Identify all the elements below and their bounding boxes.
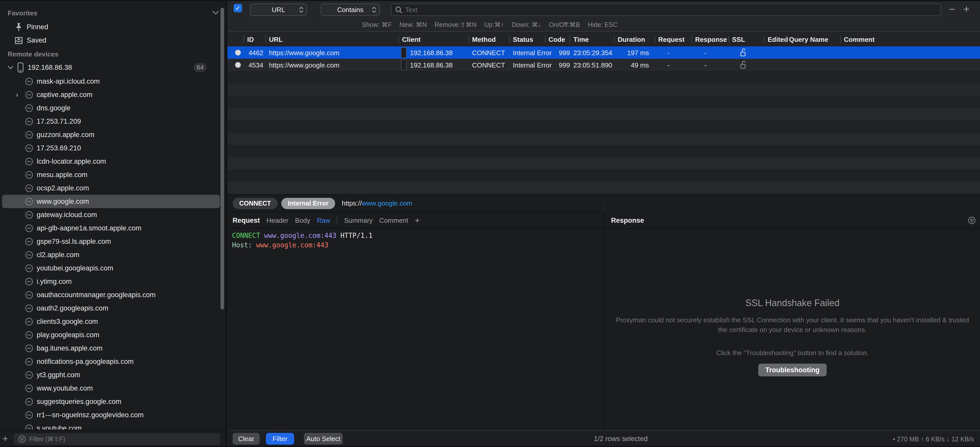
column-header-client[interactable]: Client xyxy=(402,36,420,44)
sidebar-item-i.ytimg.com[interactable]: i.ytimg.com xyxy=(0,275,227,288)
empty-row-stripe xyxy=(228,145,980,157)
column-separator[interactable] xyxy=(570,35,570,43)
chevron-right-icon[interactable]: › xyxy=(16,91,18,99)
add-tab-button[interactable]: + xyxy=(415,216,420,225)
sidebar-item-suggestqueries.google.com[interactable]: suggestqueries.google.com xyxy=(0,395,227,408)
sidebar-filter-input[interactable]: Filter (⌘⇧F) xyxy=(14,433,220,445)
sidebar-item-notifications-pa.googleapis.com[interactable]: notifications-pa.googleapis.com xyxy=(0,355,227,368)
sidebar-item-yt3.ggpht.com[interactable]: yt3.ggpht.com xyxy=(0,368,227,382)
shortcut-hint: Down: ⌘↓ xyxy=(512,21,541,28)
sidebar-item-captive.apple.com[interactable]: › captive.apple.com xyxy=(0,88,227,101)
tab-comment[interactable]: Comment xyxy=(379,217,408,225)
sidebar-item-lcdn-locator.apple.com[interactable]: lcdn-locator.apple.com xyxy=(0,155,227,168)
table-row-4462[interactable]: 4462https://www.google.com 192.168.86.38… xyxy=(228,46,980,59)
column-header-comment[interactable]: Comment xyxy=(844,36,875,44)
no-traffic-icon xyxy=(25,104,33,112)
remove-filter-row-button[interactable]: − xyxy=(947,5,957,14)
sidebar-item-gateway.icloud.com[interactable]: gateway.icloud.com xyxy=(0,208,227,222)
sidebar-item-oauth2.googleapis.com[interactable]: oauth2.googleapis.com xyxy=(0,302,227,315)
column-header-duration[interactable]: Duration xyxy=(618,36,645,44)
filter-enabled-checkbox[interactable]: ✓ xyxy=(234,4,242,12)
flow-summary-bar: CONNECT Internal Error https://www.googl… xyxy=(228,195,605,212)
tab-body[interactable]: Body xyxy=(295,217,310,225)
column-separator[interactable] xyxy=(468,35,469,43)
column-separator[interactable] xyxy=(398,35,399,43)
cell-method: CONNECT xyxy=(472,61,505,69)
ssl-error-message: SSL Handshake Failed Proxyman could not … xyxy=(605,298,980,377)
column-header-request[interactable]: Request xyxy=(658,36,685,44)
sidebar-item-s.youtube.com[interactable]: s.youtube.com xyxy=(0,421,227,429)
column-separator[interactable] xyxy=(840,35,841,43)
column-separator[interactable] xyxy=(243,35,244,43)
sidebar-scrollbar[interactable] xyxy=(221,8,224,310)
sidebar-item-play.googleapis.com[interactable]: play.googleapis.com xyxy=(0,328,227,342)
sidebar-item-bag.itunes.apple.com[interactable]: bag.itunes.apple.com xyxy=(0,342,227,355)
sidebar-item-cl2.apple.com[interactable]: cl2.apple.com xyxy=(0,248,227,262)
column-header-edited[interactable]: Edited xyxy=(768,36,788,44)
column-header-ssl[interactable]: SSL xyxy=(732,36,745,44)
raw-target: www.google.com:443 xyxy=(264,232,336,239)
sidebar-item-youtubei.googleapis.com[interactable]: youtubei.googleapis.com xyxy=(0,262,227,275)
column-separator[interactable] xyxy=(614,35,615,43)
column-separator[interactable] xyxy=(764,35,765,43)
sidebar-item-clients3.google.com[interactable]: clients3.google.com xyxy=(0,315,227,328)
empty-row-stripe xyxy=(228,120,980,133)
sidebar-item-label: ocsp2.apple.com xyxy=(37,184,89,192)
column-header-response[interactable]: Response xyxy=(695,36,727,44)
troubleshooting-button[interactable]: Troubleshooting xyxy=(758,364,827,377)
sidebar-item-www.youtube.com[interactable]: www.youtube.com xyxy=(0,382,227,395)
sidebar-item-guzzoni.apple.com[interactable]: guzzoni.apple.com xyxy=(0,128,227,141)
filter-field-select[interactable]: URL xyxy=(250,3,307,16)
sidebar-item-oauthaccountmanager.googleapis.com[interactable]: oauthaccountmanager.googleapis.com xyxy=(0,288,227,302)
filter-button[interactable]: Filter xyxy=(266,433,294,445)
raw-http-version: HTTP/1.1 xyxy=(340,232,372,239)
sidebar-item-api-glb-aapne1a.smoot.apple.com[interactable]: api-glb-aapne1a.smoot.apple.com xyxy=(0,222,227,235)
flow-url-host[interactable]: www.google.com xyxy=(362,200,412,207)
request-detail-panel: CONNECT Internal Error https://www.googl… xyxy=(228,195,605,430)
tab-request[interactable]: Request xyxy=(232,217,260,225)
tab-raw[interactable]: Raw xyxy=(317,217,330,225)
table-row-4534[interactable]: 4534https://www.google.com 192.168.86.38… xyxy=(228,59,980,71)
selected-highlight xyxy=(2,195,220,208)
sidebar-item-dns.google[interactable]: dns.google xyxy=(0,101,227,115)
sidebar-item-mesu.apple.com[interactable]: mesu.apple.com xyxy=(0,168,227,181)
auto-select-button[interactable]: Auto Select xyxy=(304,433,343,445)
sidebar-filter-placeholder: Filter (⌘⇧F) xyxy=(29,436,65,443)
column-header-time[interactable]: Time xyxy=(573,36,589,44)
sidebar-item-label: rr1---sn-oguelnsz.googlevideo.com xyxy=(37,411,143,419)
sidebar-item-mask-api.icloud.com[interactable]: mask-api.icloud.com xyxy=(0,75,227,88)
column-separator[interactable] xyxy=(545,35,546,43)
column-separator[interactable] xyxy=(509,35,510,43)
column-header-query-name[interactable]: Query Name xyxy=(789,36,828,44)
sidebar-item-17.253.71.209[interactable]: 17.253.71.209 xyxy=(0,115,227,128)
empty-row-stripe xyxy=(228,182,980,194)
column-separator[interactable] xyxy=(655,35,655,43)
no-traffic-icon xyxy=(25,344,33,352)
column-header-url[interactable]: URL xyxy=(269,36,283,44)
column-separator[interactable] xyxy=(692,35,692,43)
ssl-unlocked-icon xyxy=(740,48,747,57)
column-separator[interactable] xyxy=(729,35,729,43)
tab-header[interactable]: Header xyxy=(267,217,288,225)
add-filter-row-button[interactable]: + xyxy=(961,5,972,14)
sidebar-item-gspe79-ssl.ls.apple.com[interactable]: gspe79-ssl.ls.apple.com xyxy=(0,235,227,248)
column-separator[interactable] xyxy=(785,35,786,43)
filter-operator-select[interactable]: Contains xyxy=(321,3,380,16)
sidebar-item-rr1---sn-oguelnsz.googlevideo.com[interactable]: rr1---sn-oguelnsz.googlevideo.com xyxy=(0,408,227,421)
filter-text-input[interactable]: Text xyxy=(391,3,941,16)
proxyman-window: Favorites Pinned Saved Remote devices 19… xyxy=(0,0,980,447)
response-filter-icon[interactable] xyxy=(968,216,976,225)
sidebar-item-label: suggestqueries.google.com xyxy=(37,398,121,405)
sidebar-item-ocsp2.apple.com[interactable]: ocsp2.apple.com xyxy=(0,181,227,195)
clear-button[interactable]: Clear xyxy=(232,433,260,445)
add-filter-button[interactable]: + xyxy=(3,434,8,444)
column-header-code[interactable]: Code xyxy=(549,36,565,44)
column-header-id[interactable]: ID xyxy=(247,36,254,44)
column-header-status[interactable]: Status xyxy=(513,36,533,44)
tab-summary[interactable]: Summary xyxy=(344,217,372,225)
column-header-method[interactable]: Method xyxy=(472,36,496,44)
sidebar-item-www.google.com[interactable]: www.google.com xyxy=(0,195,227,208)
raw-method: CONNECT xyxy=(232,232,260,239)
column-separator[interactable] xyxy=(266,35,266,43)
sidebar-item-17.253.69.210[interactable]: 17.253.69.210 xyxy=(0,141,227,155)
